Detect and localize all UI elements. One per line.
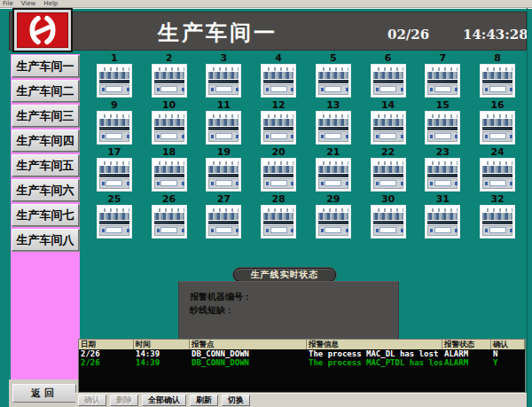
menu-help[interactable]: Help <box>43 0 58 7</box>
sidebar-item-workshop-7[interactable]: 生产车间七 <box>12 204 79 226</box>
machine-needle-bed <box>154 80 184 83</box>
machine-cell-22[interactable]: 22 <box>361 147 416 194</box>
knitting-machine-icon[interactable] <box>316 158 351 192</box>
refresh-button[interactable]: 刷新 <box>190 395 218 406</box>
knitting-machine-icon[interactable] <box>261 111 296 145</box>
alarm-table[interactable]: 日期时间报警点报警信息报警状态确认 2/2614:39DB_CONN_DOWNT… <box>78 339 526 393</box>
machine-cell-18[interactable]: 18 <box>142 147 197 194</box>
knitting-machine-icon[interactable] <box>371 64 406 98</box>
knitting-machine-icon[interactable] <box>206 158 241 192</box>
knitting-machine-icon[interactable] <box>152 205 187 239</box>
machine-cell-10[interactable]: 10 <box>142 100 197 147</box>
knitting-machine-icon[interactable] <box>371 158 406 192</box>
alarm-table-header: 日期时间报警点报警信息报警状态确认 <box>79 340 525 349</box>
sidebar-item-workshop-3[interactable]: 生产车间三 <box>12 105 79 127</box>
sidebar-item-workshop-1[interactable]: 生产车间一 <box>12 55 79 77</box>
knitting-machine-icon[interactable] <box>425 64 460 98</box>
machine-cell-26[interactable]: 26 <box>142 194 197 241</box>
knitting-machine-icon[interactable] <box>425 158 460 192</box>
sidebar-item-workshop-5[interactable]: 生产车间五 <box>12 154 79 176</box>
sidebar-item-workshop-8[interactable]: 生产车间八 <box>12 229 79 251</box>
knitting-machine-icon[interactable] <box>261 158 296 192</box>
machine-cell-15[interactable]: 15 <box>416 100 471 147</box>
alarm-cell: 14:39 <box>134 358 190 367</box>
machine-cell-3[interactable]: 3 <box>197 53 252 100</box>
knitting-machine-icon[interactable] <box>261 205 296 239</box>
knitting-machine-icon[interactable] <box>97 64 132 98</box>
knitting-machine-icon[interactable] <box>97 205 132 239</box>
machine-cell-11[interactable]: 11 <box>197 100 252 147</box>
knitting-machine-icon[interactable] <box>480 158 515 192</box>
machine-body <box>373 225 403 236</box>
sidebar-item-workshop-6[interactable]: 生产车间六 <box>12 179 79 201</box>
switch-button[interactable]: 切换 <box>222 395 250 406</box>
machine-cell-12[interactable]: 12 <box>251 100 306 147</box>
knitting-machine-icon[interactable] <box>316 111 351 145</box>
machine-cell-4[interactable]: 4 <box>251 53 306 100</box>
menu-bar: File View Help <box>0 0 532 8</box>
machine-cell-27[interactable]: 27 <box>197 194 252 241</box>
knitting-machine-icon[interactable] <box>316 64 351 98</box>
machine-needle-bed <box>373 174 403 177</box>
knitting-machine-icon[interactable] <box>261 64 296 98</box>
knitting-machine-icon[interactable] <box>371 111 406 145</box>
ack-all-button[interactable]: 全部确认 <box>142 395 186 406</box>
machine-body <box>99 131 129 142</box>
machine-cell-2[interactable]: 2 <box>142 53 197 100</box>
menu-view[interactable]: View <box>21 0 36 7</box>
knitting-machine-icon[interactable] <box>152 158 187 192</box>
return-button[interactable]: 返回 <box>12 384 76 403</box>
knitting-machine-icon[interactable] <box>152 111 187 145</box>
ack-button[interactable]: 确认 <box>78 395 106 406</box>
knitting-machine-icon[interactable] <box>316 205 351 239</box>
machine-cell-19[interactable]: 19 <box>197 147 252 194</box>
machine-cell-29[interactable]: 29 <box>306 194 361 241</box>
alarm-row[interactable]: 2/2614:39DB_CONN_DOWNThe process MAC_DL … <box>79 349 525 358</box>
knitting-machine-icon[interactable] <box>206 111 241 145</box>
machine-body <box>263 178 293 189</box>
knitting-machine-icon[interactable] <box>480 64 515 98</box>
machine-cell-1[interactable]: 1 <box>87 53 142 100</box>
machine-cell-31[interactable]: 31 <box>416 194 471 241</box>
machine-cell-16[interactable]: 16 <box>470 100 525 147</box>
alarm-row[interactable]: 2/2614:39DB_CONN_DOWNThe process MAC_PTD… <box>79 358 525 367</box>
machine-cell-20[interactable]: 20 <box>251 147 306 194</box>
menu-file[interactable]: File <box>3 0 13 7</box>
machine-cell-17[interactable]: 17 <box>87 147 142 194</box>
machine-cell-23[interactable]: 23 <box>416 147 471 194</box>
machine-cell-21[interactable]: 21 <box>306 147 361 194</box>
knitting-machine-icon[interactable] <box>371 205 406 239</box>
machine-cell-28[interactable]: 28 <box>251 194 306 241</box>
machine-cell-25[interactable]: 25 <box>87 194 142 241</box>
knitting-machine-icon[interactable] <box>425 205 460 239</box>
machine-cell-6[interactable]: 6 <box>361 53 416 100</box>
machine-number: 25 <box>107 194 121 205</box>
knitting-machine-icon[interactable] <box>425 111 460 145</box>
knitting-machine-icon[interactable] <box>206 205 241 239</box>
sidebar-item-workshop-4[interactable]: 生产车间四 <box>12 129 79 152</box>
sidebar-item-workshop-2[interactable]: 生产车间二 <box>12 80 79 102</box>
machine-feeder-band <box>208 166 239 173</box>
machine-cell-13[interactable]: 13 <box>306 100 361 147</box>
machine-number: 7 <box>440 53 447 64</box>
machine-cell-7[interactable]: 7 <box>416 53 471 100</box>
knitting-machine-icon[interactable] <box>480 205 515 239</box>
machine-needle-bed <box>427 127 458 130</box>
machine-needle-bed <box>373 221 403 224</box>
knitting-machine-icon[interactable] <box>206 64 241 98</box>
machine-cell-32[interactable]: 32 <box>470 194 525 241</box>
header-clock: 14:43:28 <box>463 27 528 43</box>
machine-cell-24[interactable]: 24 <box>470 147 525 194</box>
machine-cell-14[interactable]: 14 <box>361 100 416 147</box>
machine-cell-30[interactable]: 30 <box>361 194 416 241</box>
delete-button[interactable]: 删除 <box>110 395 138 406</box>
machine-cell-8[interactable]: 8 <box>470 53 525 100</box>
knitting-machine-icon[interactable] <box>480 111 515 145</box>
machine-body <box>263 225 293 236</box>
machine-cell-9[interactable]: 9 <box>87 100 142 147</box>
knitting-machine-icon[interactable] <box>97 111 132 145</box>
knitting-machine-icon[interactable] <box>152 64 187 98</box>
knitting-machine-icon[interactable] <box>97 158 132 192</box>
machine-cell-5[interactable]: 5 <box>306 53 361 100</box>
machine-number: 9 <box>111 100 118 111</box>
